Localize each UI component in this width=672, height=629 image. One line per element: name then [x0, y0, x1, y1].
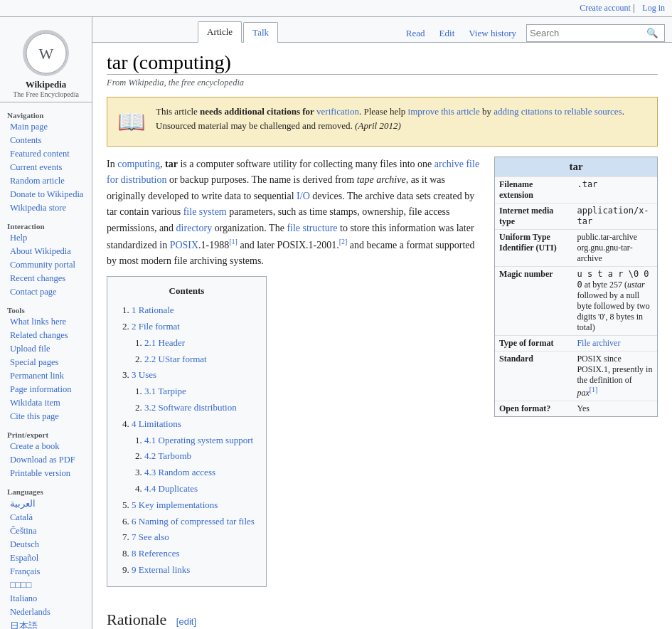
log-in-link[interactable]: Log in — [642, 3, 665, 13]
infobox-table: Filename extension .tar Internet media t… — [495, 176, 657, 416]
infobox-label-media: Internet media type — [495, 204, 572, 230]
search-input[interactable] — [530, 28, 644, 38]
link-posix[interactable]: POSIX — [170, 240, 198, 250]
notice-link-citations[interactable]: adding citations to reliable sources — [494, 106, 622, 117]
notice-text: This article needs additional citations … — [156, 105, 647, 132]
toc-item-3: 3 Uses 3.1 Tarpipe 3.2 Software distribu… — [132, 368, 255, 415]
infobox-row-uti: Uniform Type Identifier (UTI) public.tar… — [495, 230, 657, 267]
logo-subtitle: The Free Encyclopedia — [4, 90, 88, 98]
link-computing[interactable]: computing — [117, 159, 160, 169]
wikipedia-logo: W — [23, 30, 69, 76]
sidebar-item-lang-nl[interactable]: Nederlands — [0, 606, 92, 619]
sidebar-item-create-book[interactable]: Create a book — [0, 440, 92, 453]
infobox-row-open: Open format? Yes — [495, 401, 657, 417]
sidebar-item-upload[interactable]: Upload file — [0, 342, 92, 356]
notice-link-improve[interactable]: improve this article — [408, 106, 480, 117]
notice-link-verification[interactable]: verification — [316, 106, 359, 117]
main-content: Article Talk Read Edit View history 🔍 ta… — [92, 17, 672, 629]
tab-edit[interactable]: Edit — [435, 25, 459, 42]
create-account-link[interactable]: Create account — [580, 3, 631, 13]
sidebar-item-random[interactable]: Random article — [0, 174, 92, 188]
sidebar-item-help[interactable]: Help — [0, 231, 92, 245]
toc-list: 1 Rationale 2 File format 2.1 Header 2.2… — [119, 303, 255, 578]
sidebar-item-featured[interactable]: Featured content — [0, 147, 92, 161]
infobox-value-uti: public.tar-archiveorg.gnu.gnu-tar-archiv… — [572, 230, 657, 267]
svg-text:W: W — [38, 45, 53, 63]
from-wiki: From Wikipedia, the free encyclopedia — [107, 78, 658, 88]
sidebar-item-store[interactable]: Wikipedia store — [0, 201, 92, 215]
top-bar: Create account | Log in — [0, 0, 672, 17]
toc-item-9: 9 External links — [132, 563, 255, 578]
tab-talk[interactable]: Talk — [243, 22, 278, 43]
sidebar-item-permanent[interactable]: Permanent link — [0, 369, 92, 383]
sidebar-item-community[interactable]: Community portal — [0, 258, 92, 272]
sidebar-item-what-links[interactable]: What links here — [0, 315, 92, 329]
sidebar-item-wikidata[interactable]: Wikidata item — [0, 396, 92, 410]
sidebar-item-lang-de[interactable]: Deutsch — [0, 538, 92, 551]
toc-item-8: 8 References — [132, 546, 255, 561]
link-directory[interactable]: directory — [176, 223, 213, 233]
separator: | — [633, 3, 636, 13]
infobox-value-media: application/x-tar — [572, 204, 657, 230]
logo-area: W Wikipedia The Free Encyclopedia — [0, 23, 92, 102]
infobox-label-filename: Filename extension — [495, 177, 572, 204]
sidebar-item-page-info[interactable]: Page information — [0, 383, 92, 396]
toc-item-5: 5 Key implementations — [132, 498, 255, 513]
toc-item-2: 2 File format 2.1 Header 2.2 UStar forma… — [132, 319, 255, 366]
print-section: Print/export Create a book Download as P… — [0, 428, 92, 480]
tab-group-right: Read Edit View history 🔍 — [402, 24, 672, 42]
sidebar-item-lang-cs[interactable]: Čeština — [0, 524, 92, 538]
sidebar-item-lang-ja[interactable]: 日本語 — [0, 619, 92, 629]
toc-item-2-2: 2.2 UStar format — [144, 352, 255, 367]
sidebar-item-lang-fr[interactable]: Français — [0, 565, 92, 578]
notice-bold: needs additional citations for — [200, 106, 314, 117]
sidebar-item-special[interactable]: Special pages — [0, 356, 92, 369]
sidebar-item-lang-it[interactable]: Italiano — [0, 592, 92, 606]
interaction-section: Interaction Help About Wikipedia Communi… — [0, 219, 92, 299]
infobox-row-standard: Standard POSIX since POSIX.1, presently … — [495, 352, 657, 401]
link-io[interactable]: I/O — [297, 191, 310, 201]
tab-article[interactable]: Article — [198, 21, 242, 43]
tar-bold: tar — [165, 159, 178, 169]
toc-item-4-3: 4.3 Random access — [144, 465, 255, 480]
tab-read[interactable]: Read — [402, 25, 430, 42]
notice-date: (April 2012) — [355, 120, 401, 131]
notice-icon: 📖 — [117, 105, 146, 139]
search-button[interactable]: 🔍 — [644, 26, 661, 40]
infobox-label-open: Open format? — [495, 401, 572, 417]
link-file-structure[interactable]: file structure — [287, 223, 337, 233]
link-filesystem[interactable]: file system — [183, 206, 227, 217]
infobox-value-type: File archiver — [572, 336, 657, 352]
sidebar-item-about[interactable]: About Wikipedia — [0, 245, 92, 258]
sidebar-item-current-events[interactable]: Current events — [0, 161, 92, 174]
sidebar-item-lang-sq[interactable]: □□□□ — [0, 578, 92, 592]
sidebar-item-printable[interactable]: Printable version — [0, 467, 92, 480]
sidebar-item-cite[interactable]: Cite this page — [0, 410, 92, 423]
languages-section: Languages العربية Català Čeština Deutsch… — [0, 485, 92, 629]
sidebar-item-lang-ca[interactable]: Català — [0, 511, 92, 524]
infobox-label-uti: Uniform Type Identifier (UTI) — [495, 230, 572, 267]
section-rationale-edit[interactable]: [edit] — [176, 616, 196, 627]
toc-sub-3: 3.1 Tarpipe 3.2 Software distribution — [132, 384, 255, 416]
sidebar-item-recent[interactable]: Recent changes — [0, 272, 92, 285]
sidebar-item-lang-ar[interactable]: العربية — [0, 497, 92, 511]
sidebar-item-contact[interactable]: Contact page — [0, 285, 92, 299]
tab-group-left: Article Talk — [198, 21, 279, 42]
sidebar-item-donate[interactable]: Donate to Wikipedia — [0, 188, 92, 201]
sidebar-item-related[interactable]: Related changes — [0, 329, 92, 342]
logo-svg: W — [25, 32, 68, 75]
sidebar-item-main-page[interactable]: Main page — [0, 120, 92, 134]
toc-sub-2: 2.1 Header 2.2 UStar format — [132, 336, 255, 367]
sidebar-item-download-pdf[interactable]: Download as PDF — [0, 453, 92, 467]
interaction-header: Interaction — [0, 219, 92, 231]
search-box: 🔍 — [526, 24, 665, 42]
infobox-row-media: Internet media type application/x-tar — [495, 204, 657, 230]
tab-view-history[interactable]: View history — [464, 25, 521, 42]
print-header: Print/export — [0, 428, 92, 440]
sidebar-item-lang-es[interactable]: Español — [0, 551, 92, 565]
link-archive[interactable]: archive file for distribution — [107, 159, 479, 185]
toc-item-4-1: 4.1 Operating system support — [144, 433, 255, 448]
ref-1[interactable]: [1] — [229, 240, 238, 250]
ref-2[interactable]: [2] — [339, 240, 348, 250]
sidebar-item-contents[interactable]: Contents — [0, 134, 92, 147]
